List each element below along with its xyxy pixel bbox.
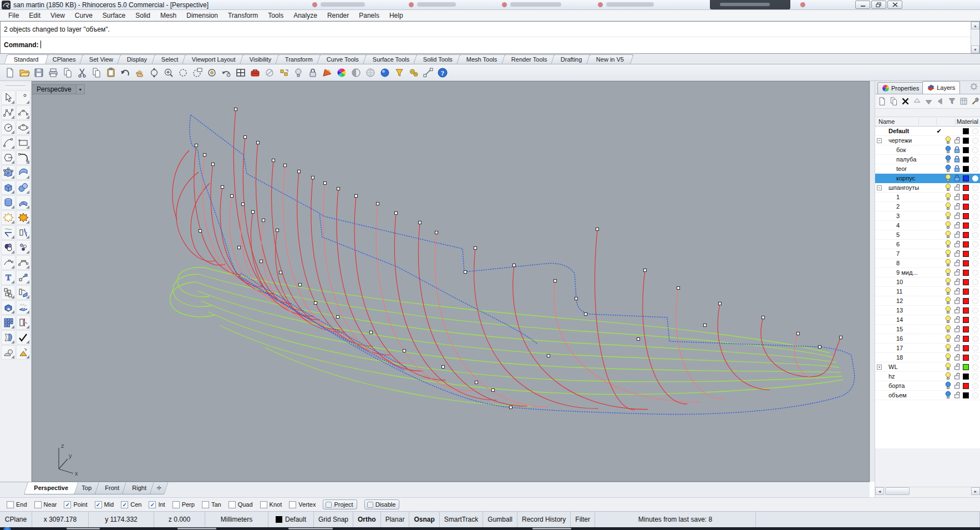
- layer-lock-toggle[interactable]: [952, 325, 961, 334]
- checkbox-unchecked-icon[interactable]: [202, 501, 209, 508]
- expand-icon[interactable]: +: [877, 365, 882, 370]
- control-point-marker[interactable]: [547, 355, 550, 357]
- layer-row-1[interactable]: 1: [875, 193, 980, 202]
- layer-lock-toggle[interactable]: [952, 145, 961, 154]
- layer-color-well[interactable]: [961, 289, 970, 295]
- control-point-marker[interactable]: [276, 229, 279, 232]
- layer-material-well[interactable]: [970, 373, 980, 380]
- control-point-curve-button[interactable]: [1, 105, 16, 120]
- control-point-marker[interactable]: [312, 176, 314, 179]
- cut-button[interactable]: [75, 66, 89, 79]
- layer-visibility-toggle[interactable]: [943, 211, 952, 221]
- layer-visibility-toggle[interactable]: [943, 306, 952, 315]
- toolbar-tab-viewport-layout[interactable]: Viewport Layout: [182, 54, 245, 64]
- layer-row-18[interactable]: 18: [875, 353, 980, 362]
- control-point-marker[interactable]: [419, 221, 422, 224]
- menu-solid[interactable]: Solid: [130, 11, 155, 21]
- layer-material-well[interactable]: [970, 298, 980, 304]
- control-point-marker[interactable]: [260, 260, 263, 263]
- layer-visibility-toggle[interactable]: [943, 287, 952, 296]
- layer-row-teor[interactable]: teor: [875, 164, 980, 174]
- control-point-marker[interactable]: [280, 271, 282, 274]
- filter-layers-button[interactable]: [947, 97, 957, 107]
- split-edge-button[interactable]: [16, 315, 31, 330]
- layer-visibility-toggle[interactable]: [943, 372, 952, 381]
- demote-layer-button[interactable]: [935, 97, 945, 107]
- solid-spheres-button[interactable]: [16, 180, 31, 195]
- layer-row-16[interactable]: 16: [875, 334, 980, 344]
- viewport-layout-button[interactable]: [234, 66, 247, 79]
- layer-row-корпус[interactable]: корпус: [875, 174, 980, 183]
- status-pane-filter[interactable]: Filter: [571, 512, 595, 527]
- layer-color-well[interactable]: [961, 232, 970, 238]
- toolbar-tab-drafting[interactable]: Drafting: [551, 54, 592, 64]
- control-point-marker[interactable]: [596, 228, 599, 231]
- delete-layer-button[interactable]: [901, 97, 911, 107]
- layer-visibility-toggle[interactable]: [943, 325, 952, 334]
- control-point-marker[interactable]: [797, 332, 800, 335]
- layer-material-well[interactable]: [970, 138, 980, 144]
- layer-row-10[interactable]: 10: [875, 277, 980, 287]
- rotate-view-button[interactable]: [148, 66, 161, 79]
- layer-color-well[interactable]: [961, 364, 970, 370]
- tab-properties[interactable]: Properties: [877, 82, 924, 94]
- toolbar-tab-transform[interactable]: Transform: [276, 54, 323, 64]
- osnap-perp[interactable]: Perp: [172, 501, 195, 508]
- layer-visibility-toggle[interactable]: [943, 136, 952, 145]
- layer-color-well[interactable]: [961, 241, 970, 248]
- control-point-marker[interactable]: [199, 230, 202, 233]
- current-layer-column[interactable]: ✔: [935, 128, 943, 135]
- boolean-union-button[interactable]: [1, 300, 16, 315]
- osnap-near[interactable]: Near: [34, 501, 57, 508]
- gear-icon[interactable]: [970, 83, 978, 92]
- layer-table-button[interactable]: [958, 97, 968, 107]
- unroll-surface-button[interactable]: [16, 345, 31, 360]
- layer-lock-toggle[interactable]: [952, 155, 961, 164]
- layer-row-13[interactable]: 13: [875, 306, 980, 315]
- control-point-marker[interactable]: [403, 350, 406, 352]
- control-point-marker[interactable]: [819, 346, 821, 349]
- menu-curve[interactable]: Curve: [70, 11, 98, 21]
- group-objects-button[interactable]: [1, 345, 16, 360]
- control-point-marker[interactable]: [314, 302, 317, 305]
- layer-material-well[interactable]: [970, 204, 980, 210]
- split-button[interactable]: [16, 225, 31, 240]
- layer-lock-toggle[interactable]: [952, 334, 961, 343]
- restore-button[interactable]: [871, 1, 886, 9]
- toolbar-tab-solid-tools[interactable]: Solid Tools: [414, 54, 463, 64]
- osnap-cen[interactable]: ✓Cen: [121, 501, 141, 508]
- status-pane-record-history[interactable]: Record History: [517, 512, 571, 527]
- layer-color-well[interactable]: [961, 392, 970, 398]
- osnap-project-button[interactable]: Project: [323, 499, 357, 509]
- fillet-curve-button[interactable]: [16, 150, 31, 165]
- layer-material-well[interactable]: [970, 251, 980, 257]
- layer-visibility-toggle[interactable]: [943, 230, 952, 240]
- layer-color-well[interactable]: [961, 326, 970, 332]
- control-point-marker[interactable]: [370, 331, 373, 334]
- layer-material-well[interactable]: [970, 175, 980, 181]
- layer-row-2[interactable]: 2: [875, 202, 980, 211]
- layer-color-well[interactable]: [961, 175, 970, 181]
- layer-material-well[interactable]: [970, 289, 980, 295]
- status-units[interactable]: Millimeters: [205, 512, 268, 527]
- ellipse-button[interactable]: [16, 120, 31, 135]
- layer-row-8[interactable]: 8: [875, 259, 980, 268]
- layer-lock-toggle[interactable]: [952, 249, 961, 258]
- layer-lock-toggle[interactable]: [952, 164, 961, 173]
- object-visibility-button[interactable]: [263, 66, 276, 79]
- layer-lock-toggle[interactable]: [952, 211, 961, 220]
- layer-color-well[interactable]: [961, 260, 970, 266]
- layer-row-борта[interactable]: борта: [875, 381, 980, 391]
- status-active-layer[interactable]: Default: [268, 512, 314, 527]
- perspective-viewport[interactable]: Perspective ▼ z y x: [32, 81, 870, 482]
- layer-row-11[interactable]: 11: [875, 287, 980, 296]
- layer-lock-toggle[interactable]: [952, 268, 961, 277]
- solid-box-button[interactable]: [1, 180, 16, 195]
- viewport-title[interactable]: Perspective ▼: [32, 84, 85, 94]
- ghosted-viewport-button[interactable]: [364, 66, 377, 79]
- control-point-marker[interactable]: [840, 336, 842, 339]
- layer-visibility-toggle[interactable]: [943, 249, 952, 259]
- layer-material-well[interactable]: [970, 345, 980, 351]
- toolbar-tab-new-in-v5[interactable]: New in V5: [586, 54, 634, 64]
- status-pane-smarttrack[interactable]: SmartTrack: [440, 512, 484, 527]
